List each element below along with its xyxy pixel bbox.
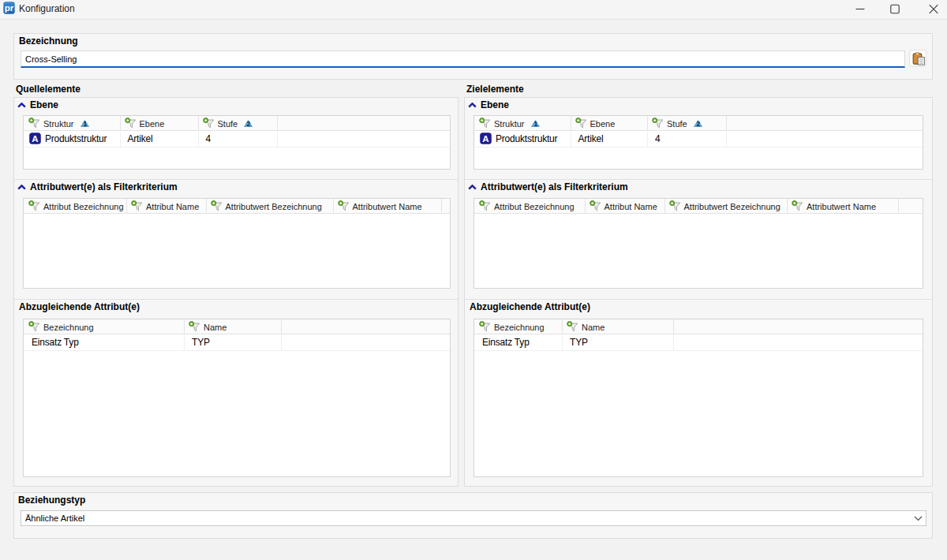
svg-text:1: 1 — [533, 120, 537, 127]
svg-text:A: A — [32, 134, 38, 144]
svg-text:A: A — [482, 134, 488, 144]
svg-text:2: 2 — [696, 120, 700, 127]
svg-text:pr: pr — [5, 3, 14, 13]
svg-text:1: 1 — [83, 120, 87, 127]
svg-text:2: 2 — [247, 120, 251, 127]
